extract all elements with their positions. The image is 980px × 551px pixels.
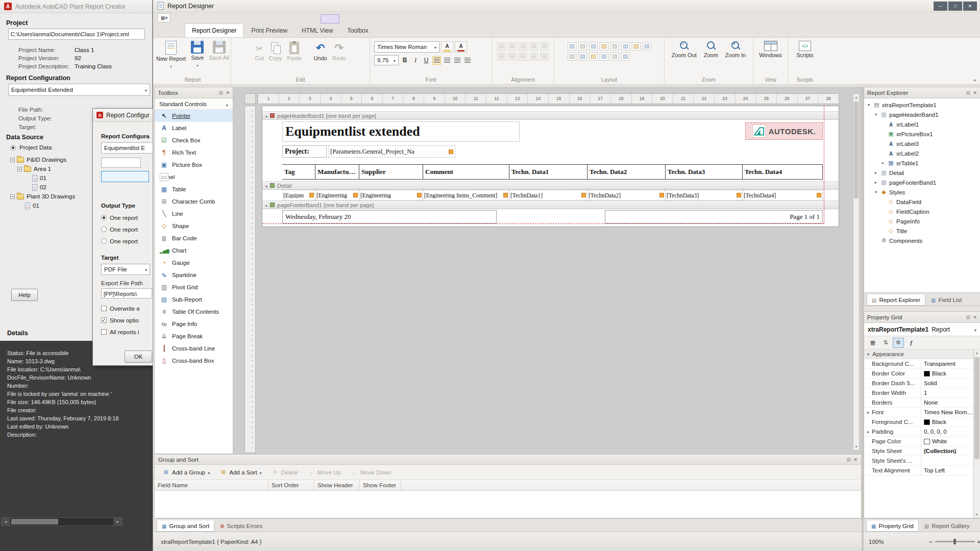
property-row[interactable]: Page Color White	[864, 437, 973, 446]
panel-tab[interactable]: Report Gallery	[920, 520, 974, 532]
dialog-file-path-input[interactable]	[101, 158, 141, 168]
zoom-slider-thumb[interactable]	[953, 539, 956, 544]
categorized-view-button[interactable]	[867, 338, 878, 348]
explorer-tree-item[interactable]: pageHeaderBand1	[864, 110, 980, 119]
table-header-cell[interactable]: Supplier	[359, 164, 423, 180]
toolbox-item[interactable]: Sparkline	[155, 269, 233, 281]
toolbox-item[interactable]: Table	[155, 183, 233, 195]
same-height-button[interactable]	[578, 42, 587, 51]
panel-tab[interactable]: Field List	[926, 294, 966, 306]
detail-field-cell[interactable]: [Engineering Items_Comment]	[423, 190, 509, 201]
minimize-button[interactable]	[934, 2, 947, 11]
zoom-out-icon[interactable]	[929, 539, 932, 545]
group-sort-toolbar-button[interactable]: Delete	[268, 467, 302, 478]
report-page[interactable]: pageHeaderBand1 [one band per page] Equi…	[262, 106, 839, 227]
snap-lines-button[interactable]	[621, 53, 630, 61]
tree-item[interactable]: 02	[8, 183, 95, 192]
zoom-button[interactable]: Zoom	[702, 40, 720, 59]
toolbox-section[interactable]: Standard Controls	[155, 98, 233, 110]
scripts-button[interactable]: Scripts	[794, 40, 816, 59]
font-family-combo[interactable]: Times New Roman	[374, 41, 439, 53]
toolbox-item[interactable]: Table Of Contents	[155, 306, 233, 318]
align-lefts-button[interactable]	[497, 42, 506, 51]
detail-field-cell[interactable]: [TechnData2]	[587, 190, 666, 201]
property-grid-scrollbar[interactable]: ▲ ▼	[973, 349, 980, 518]
toolbox-item[interactable]: Cross-band Line	[155, 342, 233, 355]
footer-page-field[interactable]: Page 1 of 1	[605, 210, 823, 223]
property-row[interactable]: Border Width 1	[864, 388, 973, 398]
fit-bounds-button[interactable]	[589, 53, 598, 61]
pin-icon[interactable]	[966, 90, 970, 95]
band-collapse-icon[interactable]	[265, 183, 267, 189]
ribbon-tab[interactable]: Toolbox	[340, 23, 375, 37]
toolbox-item[interactable]: Bar Code	[155, 232, 233, 244]
detail-field-cell[interactable]: [Engineering	[359, 190, 423, 201]
fit-width-button[interactable]	[568, 53, 576, 61]
dialog-checkbox[interactable]: All reports i	[101, 326, 140, 338]
tree-expander[interactable]	[873, 180, 878, 185]
undo-button[interactable]: Undo	[312, 40, 329, 62]
output-type-radio[interactable]: One report	[101, 235, 138, 247]
lock-controls-button[interactable]	[600, 53, 608, 61]
design-vertical-scrollbar[interactable]: ▲ ▼	[853, 93, 860, 450]
same-width-button[interactable]	[568, 42, 576, 51]
toolbox-item[interactable]: Character Comb	[155, 195, 233, 208]
tree-expander[interactable]	[873, 190, 878, 194]
explorer-tree-item[interactable]: xrLabel3	[864, 139, 980, 148]
toolbox-item[interactable]: Pivot Grid	[155, 281, 233, 293]
underline-button[interactable]: U	[422, 55, 431, 65]
ok-button[interactable]: OK	[125, 350, 152, 363]
font-color-button[interactable]	[455, 41, 467, 53]
dialog-focused-input[interactable]	[101, 171, 149, 182]
copy-button[interactable]: Copy	[267, 40, 284, 62]
align-tops-button[interactable]	[529, 42, 538, 51]
table-header-cell[interactable]: Techn. Data3	[666, 164, 743, 180]
zoom-in-icon[interactable]	[977, 539, 980, 545]
paste-button[interactable]: Paste	[285, 40, 304, 62]
property-row[interactable]: Foreground C... Black	[864, 417, 973, 427]
bring-to-front-button[interactable]	[632, 42, 641, 51]
alphabetical-view-button[interactable]	[880, 338, 891, 348]
width-to-grid-button[interactable]	[610, 42, 619, 51]
property-row[interactable]: Border Color Black	[864, 369, 973, 379]
align-left-button[interactable]	[432, 56, 441, 65]
align-centers-button[interactable]	[508, 42, 517, 51]
explorer-tree-item[interactable]: PageInfo	[864, 216, 980, 226]
tree-expander[interactable]	[880, 161, 886, 165]
target-combo[interactable]: PDF File	[101, 264, 150, 275]
detail-field-cell[interactable]: [TechnData4]	[743, 190, 823, 201]
scroll-up-icon[interactable]: ▲	[974, 349, 980, 356]
explorer-tree-item[interactable]: pageFooterBand1	[864, 178, 980, 187]
close-icon[interactable]	[973, 315, 977, 320]
toolbox-item[interactable]: Rich Text	[155, 146, 233, 159]
table-header-cell[interactable]: Tag	[282, 164, 315, 180]
panel-tab[interactable]: Report Explorer	[867, 294, 925, 306]
send-to-back-button[interactable]	[643, 42, 651, 51]
page-footer-band[interactable]: pageFooterBand1 [one band per page]	[262, 201, 839, 209]
pin-icon[interactable]	[966, 315, 970, 320]
italic-button[interactable]: I	[411, 55, 420, 65]
scroll-up-icon[interactable]: ▲	[853, 94, 859, 101]
detail-field-cell[interactable]: [TechnData1]	[509, 190, 587, 201]
close-icon[interactable]	[973, 90, 977, 95]
toolbox-item[interactable]: Label	[155, 122, 233, 134]
height-to-grid-button[interactable]	[621, 42, 630, 51]
table-header-cell[interactable]: Techn. Data1	[509, 164, 587, 180]
ribbon-tab[interactable]: HTML View	[295, 23, 339, 37]
column-header[interactable]: Show Header	[314, 480, 360, 490]
help-button[interactable]: Help	[11, 289, 38, 301]
fit-height-button[interactable]	[578, 53, 587, 61]
toolbox-item[interactable]: Check Box	[155, 134, 233, 146]
snap-grid-button[interactable]	[610, 53, 619, 61]
property-row[interactable]: Padding 0, 0, 0, 0	[864, 427, 973, 437]
explorer-tree-item[interactable]: xrLabel1	[864, 119, 980, 129]
align-bottoms-button[interactable]	[497, 53, 506, 61]
ribbon-tab[interactable]: Print Preview	[244, 23, 294, 37]
dialog-checkbox[interactable]: Overwrite e	[101, 303, 140, 314]
tree-expander[interactable]	[10, 194, 15, 199]
new-report-button[interactable]: New Report	[154, 40, 188, 70]
table-header-cell[interactable]: Manufacturer	[315, 164, 359, 180]
explorer-tree-item[interactable]: xrPictureBox1	[864, 129, 980, 139]
export-path-input[interactable]: [PP]\Reports\	[101, 288, 152, 298]
category-expander[interactable]	[866, 352, 871, 357]
